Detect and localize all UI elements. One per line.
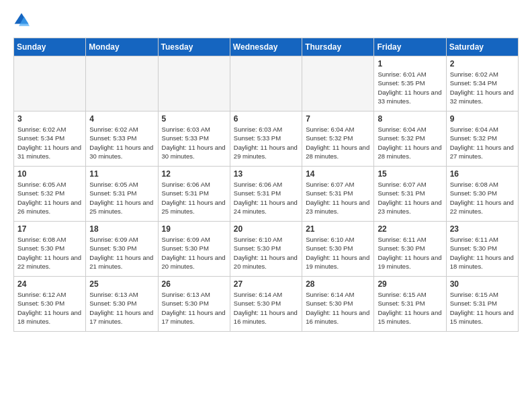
day-info: Sunrise: 6:05 AMSunset: 5:31 PMDaylight:… <box>89 180 154 216</box>
weekday-header: Wednesday <box>230 38 302 56</box>
logo <box>13 11 31 31</box>
calendar-day-cell: 4Sunrise: 6:02 AMSunset: 5:33 PMDaylight… <box>86 111 158 167</box>
day-number: 15 <box>378 169 442 179</box>
calendar-week-row: 10Sunrise: 6:05 AMSunset: 5:32 PMDayligh… <box>14 167 519 222</box>
day-number: 28 <box>306 279 370 289</box>
day-number: 13 <box>234 169 298 179</box>
calendar-day-cell: 11Sunrise: 6:05 AMSunset: 5:31 PMDayligh… <box>86 167 158 222</box>
day-number: 29 <box>378 279 442 289</box>
weekday-header: Monday <box>86 38 158 56</box>
page-header <box>13 11 519 31</box>
day-info: Sunrise: 6:05 AMSunset: 5:32 PMDaylight:… <box>17 180 82 216</box>
calendar-week-row: 1Sunrise: 6:01 AMSunset: 5:35 PMDaylight… <box>14 56 519 111</box>
calendar-day-cell: 26Sunrise: 6:13 AMSunset: 5:30 PMDayligh… <box>158 277 230 332</box>
day-number: 27 <box>234 279 298 289</box>
day-number: 22 <box>378 224 442 234</box>
day-info: Sunrise: 6:07 AMSunset: 5:31 PMDaylight:… <box>306 180 370 216</box>
calendar-day-cell: 27Sunrise: 6:14 AMSunset: 5:30 PMDayligh… <box>230 277 302 332</box>
calendar-day-cell: 28Sunrise: 6:14 AMSunset: 5:30 PMDayligh… <box>302 277 374 332</box>
day-number: 30 <box>450 279 515 289</box>
calendar-day-cell: 14Sunrise: 6:07 AMSunset: 5:31 PMDayligh… <box>302 167 374 222</box>
calendar-day-cell: 9Sunrise: 6:04 AMSunset: 5:32 PMDaylight… <box>446 111 518 167</box>
day-info: Sunrise: 6:01 AMSunset: 5:35 PMDaylight:… <box>378 70 442 105</box>
day-number: 1 <box>378 59 442 68</box>
day-info: Sunrise: 6:15 AMSunset: 5:31 PMDaylight:… <box>378 290 442 326</box>
calendar-day-cell: 20Sunrise: 6:10 AMSunset: 5:30 PMDayligh… <box>230 222 302 277</box>
day-number: 24 <box>17 279 82 289</box>
day-number: 8 <box>378 114 442 124</box>
day-number: 4 <box>89 114 154 124</box>
calendar-day-cell: 2Sunrise: 6:02 AMSunset: 5:34 PMDaylight… <box>446 56 518 111</box>
day-info: Sunrise: 6:06 AMSunset: 5:31 PMDaylight:… <box>234 180 298 216</box>
day-number: 10 <box>17 169 82 179</box>
day-info: Sunrise: 6:02 AMSunset: 5:34 PMDaylight:… <box>17 125 82 161</box>
calendar-table: SundayMondayTuesdayWednesdayThursdayFrid… <box>13 38 519 332</box>
calendar-day-cell: 30Sunrise: 6:15 AMSunset: 5:31 PMDayligh… <box>446 277 518 332</box>
day-info: Sunrise: 6:04 AMSunset: 5:32 PMDaylight:… <box>450 125 515 161</box>
calendar-day-cell <box>86 56 158 111</box>
calendar-week-row: 17Sunrise: 6:08 AMSunset: 5:30 PMDayligh… <box>14 222 519 277</box>
calendar-day-cell: 24Sunrise: 6:12 AMSunset: 5:30 PMDayligh… <box>14 277 86 332</box>
day-info: Sunrise: 6:02 AMSunset: 5:33 PMDaylight:… <box>89 125 154 161</box>
day-info: Sunrise: 6:12 AMSunset: 5:30 PMDaylight:… <box>17 290 82 326</box>
calendar-day-cell: 23Sunrise: 6:11 AMSunset: 5:30 PMDayligh… <box>446 222 518 277</box>
calendar-day-cell: 13Sunrise: 6:06 AMSunset: 5:31 PMDayligh… <box>230 167 302 222</box>
day-info: Sunrise: 6:06 AMSunset: 5:31 PMDaylight:… <box>162 180 226 216</box>
calendar-day-cell: 21Sunrise: 6:10 AMSunset: 5:30 PMDayligh… <box>302 222 374 277</box>
calendar-day-cell: 6Sunrise: 6:03 AMSunset: 5:33 PMDaylight… <box>230 111 302 167</box>
weekday-header: Saturday <box>446 38 518 56</box>
day-number: 5 <box>162 114 226 124</box>
day-number: 3 <box>17 114 82 124</box>
day-number: 2 <box>450 59 515 68</box>
day-info: Sunrise: 6:04 AMSunset: 5:32 PMDaylight:… <box>306 125 370 161</box>
calendar-day-cell <box>158 56 230 111</box>
day-info: Sunrise: 6:04 AMSunset: 5:32 PMDaylight:… <box>378 125 442 161</box>
day-info: Sunrise: 6:13 AMSunset: 5:30 PMDaylight:… <box>162 290 226 326</box>
calendar-day-cell: 25Sunrise: 6:13 AMSunset: 5:30 PMDayligh… <box>86 277 158 332</box>
day-info: Sunrise: 6:03 AMSunset: 5:33 PMDaylight:… <box>162 125 226 161</box>
calendar-day-cell: 5Sunrise: 6:03 AMSunset: 5:33 PMDaylight… <box>158 111 230 167</box>
calendar-day-cell: 22Sunrise: 6:11 AMSunset: 5:30 PMDayligh… <box>374 222 446 277</box>
calendar-day-cell <box>302 56 374 111</box>
calendar-day-cell: 3Sunrise: 6:02 AMSunset: 5:34 PMDaylight… <box>14 111 86 167</box>
day-info: Sunrise: 6:09 AMSunset: 5:30 PMDaylight:… <box>89 235 154 271</box>
day-number: 18 <box>89 224 154 234</box>
day-number: 23 <box>450 224 515 234</box>
day-info: Sunrise: 6:08 AMSunset: 5:30 PMDaylight:… <box>450 180 515 216</box>
day-number: 25 <box>89 279 154 289</box>
weekday-header: Tuesday <box>158 38 230 56</box>
day-number: 12 <box>162 169 226 179</box>
calendar-day-cell <box>230 56 302 111</box>
calendar-day-cell: 8Sunrise: 6:04 AMSunset: 5:32 PMDaylight… <box>374 111 446 167</box>
logo-icon <box>13 12 30 28</box>
day-number: 7 <box>306 114 370 124</box>
day-number: 11 <box>89 169 154 179</box>
weekday-header: Sunday <box>14 38 86 56</box>
day-info: Sunrise: 6:10 AMSunset: 5:30 PMDaylight:… <box>234 235 298 271</box>
calendar-day-cell: 17Sunrise: 6:08 AMSunset: 5:30 PMDayligh… <box>14 222 86 277</box>
calendar-day-cell <box>14 56 86 111</box>
day-number: 17 <box>17 224 82 234</box>
day-info: Sunrise: 6:09 AMSunset: 5:30 PMDaylight:… <box>162 235 226 271</box>
day-info: Sunrise: 6:11 AMSunset: 5:30 PMDaylight:… <box>450 235 515 271</box>
day-number: 16 <box>450 169 515 179</box>
day-info: Sunrise: 6:10 AMSunset: 5:30 PMDaylight:… <box>306 235 370 271</box>
day-info: Sunrise: 6:02 AMSunset: 5:34 PMDaylight:… <box>450 70 515 105</box>
calendar-day-cell: 16Sunrise: 6:08 AMSunset: 5:30 PMDayligh… <box>446 167 518 222</box>
day-number: 26 <box>162 279 226 289</box>
calendar-day-cell: 19Sunrise: 6:09 AMSunset: 5:30 PMDayligh… <box>158 222 230 277</box>
calendar-week-row: 24Sunrise: 6:12 AMSunset: 5:30 PMDayligh… <box>14 277 519 332</box>
calendar-day-cell: 29Sunrise: 6:15 AMSunset: 5:31 PMDayligh… <box>374 277 446 332</box>
calendar-day-cell: 1Sunrise: 6:01 AMSunset: 5:35 PMDaylight… <box>374 56 446 111</box>
day-info: Sunrise: 6:14 AMSunset: 5:30 PMDaylight:… <box>234 290 298 326</box>
day-number: 6 <box>234 114 298 124</box>
day-info: Sunrise: 6:03 AMSunset: 5:33 PMDaylight:… <box>234 125 298 161</box>
day-info: Sunrise: 6:07 AMSunset: 5:31 PMDaylight:… <box>378 180 442 216</box>
calendar-day-cell: 10Sunrise: 6:05 AMSunset: 5:32 PMDayligh… <box>14 167 86 222</box>
weekday-header: Thursday <box>302 38 374 56</box>
weekday-header: Friday <box>374 38 446 56</box>
day-number: 9 <box>450 114 515 124</box>
calendar-day-cell: 18Sunrise: 6:09 AMSunset: 5:30 PMDayligh… <box>86 222 158 277</box>
day-info: Sunrise: 6:11 AMSunset: 5:30 PMDaylight:… <box>378 235 442 271</box>
calendar-day-cell: 12Sunrise: 6:06 AMSunset: 5:31 PMDayligh… <box>158 167 230 222</box>
